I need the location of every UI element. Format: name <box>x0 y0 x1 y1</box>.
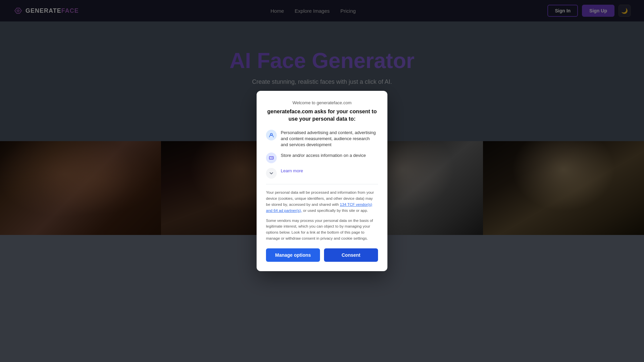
modal-title: generateface.com asks for your consent t… <box>266 108 378 123</box>
consent-item-learn-more[interactable]: Learn more <box>266 168 378 179</box>
consent-modal: Welcome to generateface.com generateface… <box>257 91 387 271</box>
svg-point-3 <box>272 158 273 158</box>
consent-advertising-text: Personalised advertising and content, ad… <box>281 130 378 148</box>
learn-more-text[interactable]: Learn more <box>281 168 303 174</box>
consent-item-advertising: Personalised advertising and content, ad… <box>266 130 378 148</box>
learn-more-icon <box>266 168 277 179</box>
vendors-link[interactable]: 134 TCF vendor(s) and 64 ad partner(s), <box>266 202 372 213</box>
modal-overlay: Welcome to generateface.com generateface… <box>0 0 644 362</box>
modal-welcome-text: Welcome to generateface.com <box>266 100 378 105</box>
modal-body-text-1: Your personal data will be processed and… <box>266 190 378 214</box>
consent-storage-text: Store and/or access information on a dev… <box>281 153 366 159</box>
advertising-icon <box>266 130 277 140</box>
consent-button[interactable]: Consent <box>324 248 378 262</box>
modal-body-text-2: Some vendors may process your personal d… <box>266 218 378 242</box>
manage-options-button[interactable]: Manage options <box>266 248 320 262</box>
consent-item-storage: Store and/or access information on a dev… <box>266 153 378 163</box>
storage-icon <box>266 153 277 163</box>
modal-divider <box>266 184 378 184</box>
modal-actions: Manage options Consent <box>266 248 378 262</box>
